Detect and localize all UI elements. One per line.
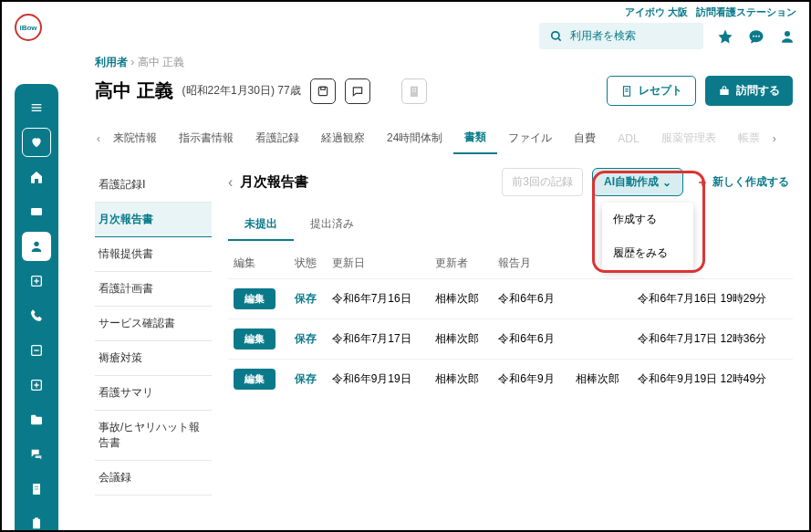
message-button[interactable] bbox=[345, 78, 370, 104]
org-name-1: アイボウ 大阪 bbox=[625, 6, 688, 17]
rail-person-icon[interactable] bbox=[22, 232, 51, 261]
patient-meta: (昭和22年1月30日) 77歳 bbox=[182, 83, 301, 99]
status-cell[interactable]: 保存 bbox=[295, 332, 317, 345]
svg-rect-29 bbox=[411, 86, 418, 96]
dropdown-history[interactable]: 履歴をみる bbox=[602, 236, 693, 270]
section-back-chevron-icon[interactable]: ‹ bbox=[228, 174, 233, 191]
visit-button[interactable]: 訪問する bbox=[705, 76, 793, 106]
rail-doc-icon[interactable] bbox=[22, 475, 51, 504]
reports-table: 編集 状態 更新日 更新者 報告月 自動作成 編集保存令和6年7月16日相棒次郎… bbox=[228, 248, 793, 399]
subtab-teishutsuzumi[interactable]: 提出済み bbox=[294, 209, 370, 241]
svg-rect-37 bbox=[720, 89, 728, 94]
edit-button[interactable]: 編集 bbox=[234, 369, 276, 390]
tab-shijisho[interactable]: 指示書情報 bbox=[168, 123, 244, 153]
tabs-right-chevron-icon[interactable]: › bbox=[771, 132, 778, 145]
sidebar-item-keikaku[interactable]: 看護計画書 bbox=[95, 272, 212, 307]
org-name-2: 訪問看護ステーション bbox=[696, 6, 796, 17]
svg-point-2 bbox=[753, 35, 754, 37]
rail-clipboard-icon[interactable] bbox=[22, 509, 51, 532]
svg-rect-22 bbox=[33, 519, 40, 529]
svg-rect-28 bbox=[320, 87, 325, 89]
search-placeholder: 利用者を検索 bbox=[570, 28, 636, 44]
sidebar-item-hiyari[interactable]: 事故/ヒヤリハット報告書 bbox=[95, 411, 212, 461]
tabs-left-chevron-icon[interactable]: ‹ bbox=[95, 132, 102, 145]
table-row: 編集保存令和6年7月17日相棒次郎令和6年6月令和6年7月17日 12時36分 bbox=[228, 319, 793, 360]
month-cell: 令和6年6月 bbox=[493, 319, 569, 360]
status-cell[interactable]: 保存 bbox=[295, 372, 317, 385]
search-icon bbox=[550, 30, 563, 43]
th-edit: 編集 bbox=[228, 248, 289, 279]
receipt-button[interactable]: レセプト bbox=[607, 76, 696, 106]
table-row: 編集保存令和6年7月16日相棒次郎令和6年6月令和6年7月16日 19時29分 bbox=[228, 279, 793, 319]
star-icon[interactable] bbox=[716, 27, 734, 46]
sidebar-item-joho[interactable]: 情報提供書 bbox=[95, 237, 212, 272]
svg-point-5 bbox=[785, 31, 790, 37]
tab-24h[interactable]: 24時間体制 bbox=[376, 123, 453, 153]
date-cell: 令和6年9月19日 bbox=[327, 360, 430, 400]
date-cell: 令和6年7月17日 bbox=[327, 319, 430, 360]
edit-button[interactable]: 編集 bbox=[234, 288, 276, 309]
sidebar-item-getsuji[interactable]: 月次報告書 bbox=[95, 203, 212, 237]
building-icon bbox=[401, 78, 427, 104]
th-status: 状態 bbox=[289, 248, 327, 279]
svg-point-0 bbox=[552, 31, 559, 38]
breadcrumb: 利用者 › 高中 正義 bbox=[95, 55, 793, 70]
extra-cell: 相棒次郎 bbox=[570, 360, 633, 400]
month-cell: 令和6年9月 bbox=[493, 360, 569, 400]
chat-icon[interactable] bbox=[747, 27, 765, 46]
auto-cell: 令和6年7月16日 19時29分 bbox=[632, 279, 793, 319]
user-cell: 相棒次郎 bbox=[430, 279, 493, 319]
svg-rect-30 bbox=[412, 88, 413, 89]
document-sidebar: 看護記録Ⅰ 月次報告書 情報提供書 看護計画書 サービス確認書 褥瘡対策 看護サ… bbox=[95, 168, 212, 495]
extra-cell bbox=[570, 279, 633, 319]
ai-auto-create-button[interactable]: AI自動作成 ⌄ bbox=[592, 168, 683, 196]
tab-fukuyaku[interactable]: 服薬管理表 bbox=[650, 123, 727, 153]
ai-dropdown: 作成する 履歴をみる bbox=[602, 203, 693, 270]
auto-cell: 令和6年7月17日 12時36分 bbox=[632, 319, 793, 360]
rail-minus-icon[interactable] bbox=[22, 336, 51, 365]
sidebar-item-service[interactable]: サービス確認書 bbox=[95, 307, 212, 341]
chevron-down-icon: ⌄ bbox=[662, 176, 671, 189]
tab-shorui[interactable]: 書類 bbox=[453, 122, 497, 154]
svg-rect-32 bbox=[412, 90, 413, 91]
user-cell: 相棒次郎 bbox=[430, 319, 493, 360]
rail-chat2-icon[interactable] bbox=[22, 440, 51, 469]
status-cell[interactable]: 保存 bbox=[295, 292, 317, 305]
rail-card-icon[interactable] bbox=[22, 197, 51, 226]
tab-keika[interactable]: 経過観察 bbox=[310, 123, 376, 153]
tab-chohyo[interactable]: 帳票 bbox=[727, 123, 771, 153]
rail-heart-icon[interactable] bbox=[22, 128, 51, 157]
patient-name: 高中 正義 bbox=[95, 78, 173, 103]
month-cell: 令和6年6月 bbox=[493, 279, 569, 319]
svg-point-4 bbox=[758, 35, 760, 37]
save-id-button[interactable] bbox=[310, 78, 336, 104]
rail-folder-icon[interactable] bbox=[22, 405, 51, 434]
rail-add-icon[interactable] bbox=[22, 370, 51, 400]
sidebar-item-kaigi[interactable]: 会議録 bbox=[95, 461, 212, 495]
tab-kango[interactable]: 看護記録 bbox=[244, 123, 310, 153]
rail-phone-icon[interactable] bbox=[22, 301, 51, 330]
tab-adl[interactable]: ADL bbox=[607, 125, 650, 152]
breadcrumb-root[interactable]: 利用者 bbox=[95, 56, 128, 68]
dropdown-create[interactable]: 作成する bbox=[602, 203, 693, 236]
breadcrumb-current: 高中 正義 bbox=[138, 56, 184, 68]
user-icon[interactable] bbox=[778, 27, 796, 46]
receipt-icon bbox=[620, 85, 633, 98]
tab-raiin[interactable]: 来院情報 bbox=[102, 123, 168, 153]
date-cell: 令和6年7月16日 bbox=[327, 279, 430, 319]
search-input[interactable]: 利用者を検索 bbox=[539, 23, 703, 49]
rail-menu-icon[interactable] bbox=[22, 93, 51, 122]
create-new-button[interactable]: ＋ 新しく作成する bbox=[692, 169, 793, 196]
sidebar-item-summary[interactable]: 看護サマリ bbox=[95, 376, 212, 411]
subtab-mitenshutsu[interactable]: 未提出 bbox=[228, 209, 294, 241]
rail-plus-icon[interactable] bbox=[22, 266, 51, 296]
edit-button[interactable]: 編集 bbox=[234, 329, 276, 349]
rail-home-icon[interactable] bbox=[22, 162, 51, 192]
svg-point-3 bbox=[755, 35, 757, 37]
sidebar-item-kango1[interactable]: 看護記録Ⅰ bbox=[95, 168, 212, 203]
sidebar-item-jokuso[interactable]: 褥瘡対策 bbox=[95, 341, 212, 376]
tab-file[interactable]: ファイル bbox=[497, 123, 563, 153]
prev-records-button[interactable]: 前3回の記録 bbox=[502, 168, 583, 196]
tab-jihi[interactable]: 自費 bbox=[563, 123, 607, 153]
extra-cell bbox=[570, 319, 633, 360]
